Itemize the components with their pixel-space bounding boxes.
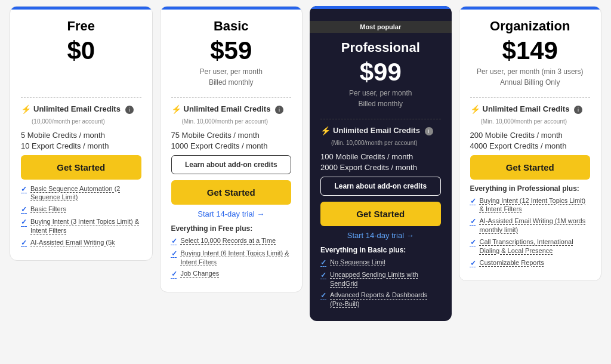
feature-item: ✓Advanced Reports & Dashboards (Pre-Buil… (320, 291, 441, 309)
feature-text: Select 10,000 Records at a Time (181, 236, 276, 245)
check-icon: ✓ (320, 270, 326, 280)
export-credits: 10 Export Credits / month (21, 141, 141, 150)
feature-text: Basic Filters (30, 205, 66, 214)
feature-text: Buying Intent (12 Intent Topics Limit) &… (480, 196, 591, 214)
features-header: Everything in Free plus: (171, 224, 292, 233)
info-icon[interactable]: i (425, 127, 433, 135)
plan-billing: Per user, per month (min 3 users)Annual … (470, 66, 591, 88)
credits-section: ⚡ Unlimited Email Credits i (Min. 10,000… (171, 104, 292, 125)
info-icon[interactable]: i (275, 106, 283, 114)
plan-card-basic: Basic$59Per user, per monthBilled monthl… (160, 6, 303, 292)
feature-text: AI-Assisted Email Writing (5k (30, 238, 115, 247)
info-icon[interactable]: i (125, 106, 134, 114)
plan-price: $99 (320, 58, 441, 87)
feature-item: ✓Basic Sequence Automation (2 Sequence L… (21, 184, 141, 202)
email-credits-subtext: (Min. 10,000/month per account) (182, 118, 292, 125)
plan-billing: Per user, per monthBilled monthly (171, 66, 292, 88)
pricing-container: Free$0 ⚡ Unlimited Email Credits i (10,0… (6, 6, 605, 321)
feature-item: ✓Buying Intent (12 Intent Topics Limit) … (470, 196, 591, 214)
email-credits-subtext: (10,000/month per account) (32, 118, 141, 125)
info-icon[interactable]: i (574, 106, 582, 114)
feature-text: Buying Intent (6 Intent Topics Limit) & … (181, 249, 292, 267)
email-credits-row: ⚡ Unlimited Email Credits i (320, 125, 441, 137)
feature-item: ✓Customizable Reports (470, 258, 591, 268)
feature-text: No Sequence Limit (330, 258, 385, 267)
addon-credits-button[interactable]: Learn about add-on credits (320, 177, 441, 196)
email-credits-text: Unlimited Email Credits i (333, 125, 433, 136)
check-icon: ✓ (171, 249, 177, 258)
lightning-icon: ⚡ (171, 104, 181, 116)
check-icon: ✓ (21, 217, 27, 227)
trial-link[interactable]: Start 14-day trial → (171, 209, 292, 218)
email-credits-row: ⚡ Unlimited Email Credits i (470, 104, 591, 116)
plan-name: Free (21, 18, 141, 34)
plan-card-free: Free$0 ⚡ Unlimited Email Credits i (10,0… (10, 6, 153, 261)
feature-item: ✓AI-Assisted Email Writing (5k (21, 238, 141, 248)
feature-list: ✓Basic Sequence Automation (2 Sequence L… (21, 184, 141, 248)
cta-button[interactable]: Get Started (320, 202, 441, 226)
check-icon: ✓ (470, 258, 476, 268)
check-icon: ✓ (21, 184, 27, 194)
feature-item: ✓Select 10,000 Records at a Time (171, 236, 292, 246)
email-credits-row: ⚡ Unlimited Email Credits i (21, 104, 141, 116)
email-credits-text: Unlimited Email Credits i (33, 104, 134, 115)
check-icon: ✓ (470, 217, 476, 226)
plan-price: $149 (470, 36, 591, 65)
feature-list: ✓Buying Intent (12 Intent Topics Limit) … (470, 196, 591, 268)
plan-billing: Per user, per monthBilled monthly (320, 88, 441, 109)
divider (21, 97, 141, 98)
cta-button[interactable]: Get Started (470, 155, 591, 180)
feature-text: AI-Assisted Email Writing (1M words mont… (480, 217, 591, 235)
feature-list: ✓Select 10,000 Records at a Time✓Buying … (171, 236, 292, 279)
plan-name: Basic (171, 18, 292, 34)
check-icon: ✓ (320, 258, 326, 267)
feature-item: ✓Job Changes (171, 269, 292, 279)
check-icon: ✓ (470, 237, 476, 247)
feature-item: ✓Buying Intent (3 Intent Topics Limit) &… (21, 217, 141, 235)
divider (320, 119, 441, 119)
check-icon: ✓ (470, 196, 476, 206)
feature-text: Call Transcriptions, International Diali… (480, 237, 591, 255)
features-header: Everything in Professional plus: (470, 184, 591, 193)
export-credits: 4000 Export Credits / month (470, 141, 591, 150)
feature-text: Basic Sequence Automation (2 Sequence Li… (30, 184, 141, 202)
features-header: Everything in Basic plus: (320, 246, 441, 254)
feature-list: ✓No Sequence Limit✓Uncapped Sending Limi… (320, 258, 441, 309)
divider (470, 97, 591, 98)
plan-price: $59 (171, 36, 292, 65)
feature-item: ✓Buying Intent (6 Intent Topics Limit) &… (171, 249, 292, 267)
email-credits-row: ⚡ Unlimited Email Credits i (171, 104, 292, 116)
feature-item: ✓Call Transcriptions, International Dial… (470, 237, 591, 255)
feature-item: ✓Basic Filters (21, 205, 141, 214)
credits-section: ⚡ Unlimited Email Credits i (10,000/mont… (21, 104, 141, 125)
lightning-icon: ⚡ (470, 104, 480, 116)
mobile-credits: 200 Mobile Credits / month (470, 131, 591, 140)
mobile-credits: 100 Mobile Credits / month (320, 152, 441, 161)
check-icon: ✓ (171, 269, 177, 279)
feature-text: Buying Intent (3 Intent Topics Limit) & … (30, 217, 141, 235)
plan-price: $0 (21, 36, 141, 65)
feature-text: Uncapped Sending Limits with SendGrid (330, 270, 441, 288)
feature-text: Job Changes (181, 269, 220, 278)
feature-item: ✓AI-Assisted Email Writing (1M words mon… (470, 217, 591, 235)
email-credits-text: Unlimited Email Credits i (184, 104, 284, 115)
feature-item: ✓No Sequence Limit (320, 258, 441, 267)
check-icon: ✓ (21, 238, 27, 248)
lightning-icon: ⚡ (320, 125, 331, 137)
feature-item: ✓Uncapped Sending Limits with SendGrid (320, 270, 441, 288)
lightning-icon: ⚡ (21, 104, 31, 116)
trial-link[interactable]: Start 14-day trial → (320, 231, 441, 240)
plan-name: Professional (320, 40, 441, 55)
mobile-credits: 75 Mobile Credits / month (171, 131, 292, 140)
cta-button[interactable]: Get Started (171, 180, 292, 205)
divider (171, 97, 292, 98)
mobile-credits: 5 Mobile Credits / month (21, 131, 141, 140)
plan-billing (21, 66, 141, 88)
popular-badge: Most popular (310, 21, 452, 33)
cta-button[interactable]: Get Started (21, 155, 141, 180)
email-credits-text: Unlimited Email Credits i (483, 104, 583, 115)
plan-card-organization: Organization$149Per user, per month (min… (459, 6, 602, 281)
check-icon: ✓ (320, 291, 326, 300)
addon-credits-button[interactable]: Learn about add-on credits (171, 155, 292, 174)
email-credits-subtext: (Min. 10,000/month per account) (481, 118, 591, 125)
